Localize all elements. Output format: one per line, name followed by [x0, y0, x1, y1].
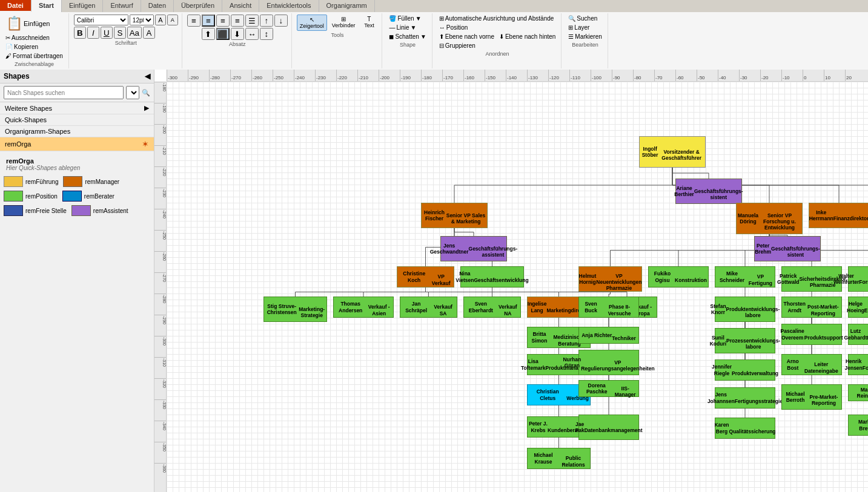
dir-btn2[interactable]: ↕ — [260, 28, 273, 40]
text-icon: T — [367, 16, 371, 22]
valign-top-btn[interactable]: ⬆ — [202, 28, 215, 40]
align-right-btn[interactable]: ≡ — [216, 15, 230, 27]
group-tools: ↖ Zeigertool ⊞ Verbinder T Text Tools — [293, 13, 383, 68]
bullet-btn[interactable]: ☰ — [245, 15, 259, 27]
tab-ansicht[interactable]: Ansicht — [222, 0, 259, 12]
justify-btn[interactable]: ≡ — [231, 15, 244, 27]
btn-layer[interactable]: ⊞ Layer — [566, 24, 591, 31]
group-bearbeiten: 🔍 Suchen ⊞ Layer ☰ Markieren Bearbeiten — [563, 13, 608, 68]
btn-ausschneiden[interactable]: ✂ Ausschneiden — [4, 34, 51, 42]
btn-text[interactable]: T Text — [360, 15, 378, 30]
btn-verbinder[interactable]: ⊞ Verbinder — [330, 15, 358, 30]
btn-einfugen[interactable]: 📋 Einfügen — [4, 15, 52, 33]
dir-btn1[interactable]: ↔ — [245, 28, 259, 40]
tab-start[interactable]: Start — [31, 0, 62, 12]
tab-uberprufen[interactable]: Überprüfen — [174, 0, 222, 12]
group-schriftart: Calibri 12pt. A A B I U S Aa A Schriftar… — [70, 13, 182, 68]
valign-mid-btn[interactable]: ⬛ — [216, 28, 230, 40]
btn-ebene-vorne[interactable]: ⬆ Ebene nach vorne — [437, 33, 496, 41]
font-grow-btn[interactable]: A — [155, 15, 166, 25]
underline-btn[interactable]: U — [101, 27, 113, 39]
tab-daten[interactable]: Daten — [141, 0, 174, 12]
btn-position[interactable]: ↔ Position — [437, 24, 470, 31]
tab-entwurf[interactable]: Entwurf — [103, 0, 141, 12]
panel-header: Shapes ◀ — [0, 70, 154, 71]
btn-linie[interactable]: — Linie ▼ — [387, 24, 418, 31]
strikethrough-btn[interactable]: S — [114, 27, 126, 39]
bold-btn[interactable]: B — [74, 27, 86, 39]
tab-datei[interactable]: Datei — [0, 0, 31, 12]
italic-btn[interactable]: I — [87, 27, 99, 39]
verbinder-icon: ⊞ — [341, 16, 346, 22]
tab-einfugen[interactable]: Einfügen — [62, 0, 103, 12]
font-color-btn[interactable]: A — [143, 27, 155, 39]
group-zwischenablage: 📋 Einfügen ✂ Ausschneiden 📄 Kopieren 🖌 F… — [0, 13, 69, 68]
font-size-select[interactable]: 12pt. — [130, 15, 154, 25]
group-absatz: ≡ ≡ ≡ ≡ ☰ ↑ ↓ ⬆ ⬛ ⬇ ↔ ↕ Absatz — [184, 13, 292, 68]
btn-zeigertool[interactable]: ↖ Zeigertool — [297, 15, 327, 31]
case-btn[interactable]: Aa — [127, 27, 142, 39]
btn-format[interactable]: 🖌 Format übertragen — [4, 52, 65, 60]
group-anordnen: ⊞ Automatische Ausrichtung und Abstände … — [434, 13, 562, 68]
font-family-select[interactable]: Calibri — [74, 15, 128, 25]
btn-markieren[interactable]: ☰ Markieren — [566, 33, 603, 41]
einfugen-icon: 📋 — [6, 16, 22, 31]
btn-fullen[interactable]: 🪣 Füllen ▼ — [387, 15, 423, 22]
align-center-btn[interactable]: ≡ — [202, 15, 215, 27]
tab-entwicklertools[interactable]: Entwicklertools — [259, 0, 319, 12]
align-left-btn[interactable]: ≡ — [187, 15, 200, 27]
indent-btn[interactable]: ↑ — [260, 15, 273, 27]
btn-gruppieren[interactable]: ⊟ Gruppieren — [437, 42, 477, 50]
zeigertool-icon: ↖ — [310, 16, 314, 23]
btn-schatten[interactable]: ◼ Schatten ▼ — [387, 33, 428, 41]
tab-organigramm[interactable]: Organigramm — [319, 0, 375, 12]
outdent-btn[interactable]: ↓ — [274, 15, 288, 27]
group-shape: 🪣 Füllen ▼ — Linie ▼ ◼ Schatten ▼ Shape — [383, 13, 432, 68]
btn-suchen[interactable]: 🔍 Suchen — [566, 15, 599, 22]
ruler-horizontal: -300-290-280-270-260-250-240-230-220-210… — [167, 70, 868, 71]
btn-ebene-hinten[interactable]: ⬇ Ebene nach hinten — [497, 33, 557, 41]
btn-auto-ausrichten[interactable]: ⊞ Automatische Ausrichtung und Abstände — [437, 15, 556, 22]
valign-bot-btn[interactable]: ⬇ — [231, 28, 244, 40]
font-shrink-btn[interactable]: A — [167, 15, 178, 25]
btn-kopieren[interactable]: 📄 Kopieren — [4, 43, 40, 51]
